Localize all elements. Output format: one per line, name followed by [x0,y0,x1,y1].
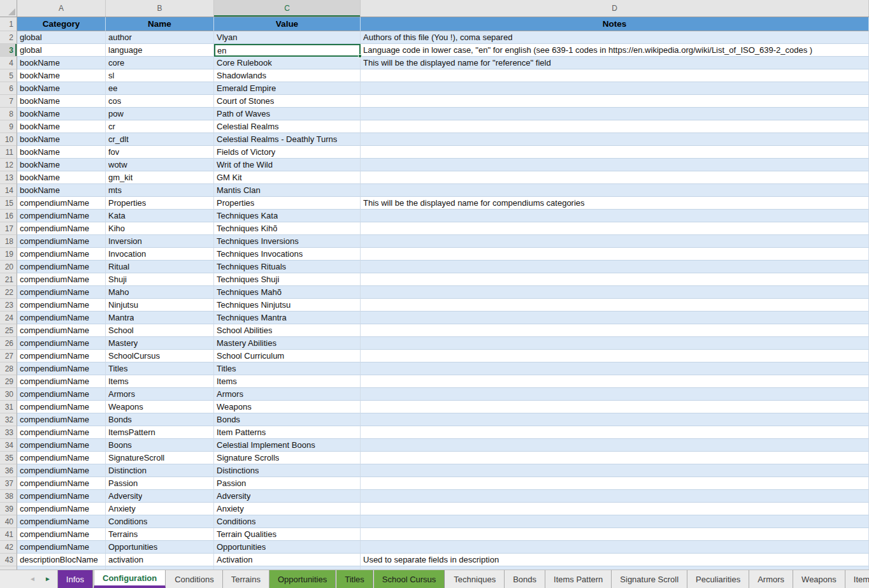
cell-A29[interactable]: compendiumName [17,375,106,388]
sheet-tab-conditions[interactable]: Conditions [166,570,222,588]
cell-A43[interactable]: descriptionBlocName [17,554,106,566]
cell-B32[interactable]: Bonds [106,413,214,426]
cell-B1[interactable]: Name [106,17,214,31]
cell-C36[interactable]: Distinctions [214,464,361,477]
cell-D39[interactable] [361,503,869,515]
cell-B20[interactable]: Ritual [106,261,214,273]
cell-D43[interactable]: Used to separate fields in description [361,554,869,566]
cell-A32[interactable]: compendiumName [17,413,106,426]
cell-B16[interactable]: Kata [106,210,214,222]
cell-C22[interactable]: Techniques Mahõ [214,286,361,299]
column-header-c[interactable]: C [214,0,361,17]
cell-D32[interactable] [361,413,869,426]
cell-B3[interactable]: language [106,44,214,57]
cell-D14[interactable] [361,184,869,197]
sheet-tab-school-cursus[interactable]: School Cursus [374,570,445,588]
cell-D28[interactable] [361,362,869,375]
row-number-19[interactable]: 19 [0,248,17,261]
cell-A19[interactable]: compendiumName [17,248,106,261]
row-number-42[interactable]: 42 [0,541,17,554]
cell-B14[interactable]: mts [106,184,214,197]
cell-A12[interactable]: bookName [17,159,106,171]
cell-A18[interactable]: compendiumName [17,235,106,248]
cell-B36[interactable]: Distinction [106,464,214,477]
row-number-38[interactable]: 38 [0,490,17,503]
cell-B2[interactable]: author [106,31,214,44]
cell-C32[interactable]: Bonds [214,413,361,426]
row-number-24[interactable]: 24 [0,312,17,324]
row-number-36[interactable]: 36 [0,464,17,477]
cell-D19[interactable] [361,248,869,261]
cell-A16[interactable]: compendiumName [17,210,106,222]
cell-B13[interactable]: gm_kit [106,171,214,184]
row-number-13[interactable]: 13 [0,171,17,184]
cell-C40[interactable]: Conditions [214,515,361,528]
cell-A26[interactable]: compendiumName [17,337,106,350]
cell-C19[interactable]: Techniques Invocations [214,248,361,261]
cell-D2[interactable]: Authors of this file (You !), coma separ… [361,31,869,44]
sheet-tab-infos[interactable]: Infos [58,570,93,588]
cell-A10[interactable]: bookName [17,133,106,146]
cell-D26[interactable] [361,337,869,350]
cell-D4[interactable]: This will be the displayed name for "ref… [361,57,869,69]
cell-D9[interactable] [361,120,869,133]
cell-A7[interactable]: bookName [17,95,106,108]
cell-B6[interactable]: ee [106,82,214,95]
cell-B41[interactable]: Terrains [106,528,214,541]
cell-D7[interactable] [361,95,869,108]
cell-B8[interactable]: pow [106,108,214,120]
row-number-35[interactable]: 35 [0,452,17,464]
cell-A23[interactable]: compendiumName [17,299,106,312]
cell-B37[interactable]: Passion [106,477,214,490]
row-number-14[interactable]: 14 [0,184,17,197]
cell-B33[interactable]: ItemsPattern [106,426,214,439]
cell-A31[interactable]: compendiumName [17,401,106,413]
cell-D20[interactable] [361,261,869,273]
row-number-32[interactable]: 32 [0,413,17,426]
row-number-1[interactable]: 1 [0,17,17,31]
row-number-6[interactable]: 6 [0,82,17,95]
cell-A27[interactable]: compendiumName [17,350,106,362]
cell-C16[interactable]: Techniques Kata [214,210,361,222]
cell-A4[interactable]: bookName [17,57,106,69]
cell-B5[interactable]: sl [106,69,214,82]
cell-A22[interactable]: compendiumName [17,286,106,299]
cell-C33[interactable]: Item Patterns [214,426,361,439]
cell-A35[interactable]: compendiumName [17,452,106,464]
column-header-a[interactable]: A [17,0,106,17]
row-number-40[interactable]: 40 [0,515,17,528]
cell-D25[interactable] [361,324,869,337]
cell-D1[interactable]: Notes [361,17,869,31]
cell-B17[interactable]: Kiho [106,222,214,235]
cell-C43[interactable]: Activation [214,554,361,566]
cell-C42[interactable]: Opportunities [214,541,361,554]
cell-C39[interactable]: Anxiety [214,503,361,515]
cell-A30[interactable]: compendiumName [17,388,106,401]
cell-A5[interactable]: bookName [17,69,106,82]
cell-D5[interactable] [361,69,869,82]
cell-D18[interactable] [361,235,869,248]
cell-A11[interactable]: bookName [17,146,106,159]
cell-D6[interactable] [361,82,869,95]
cell-D27[interactable] [361,350,869,362]
row-number-41[interactable]: 41 [0,528,17,541]
row-number-22[interactable]: 22 [0,286,17,299]
row-number-16[interactable]: 16 [0,210,17,222]
cell-B26[interactable]: Mastery [106,337,214,350]
cell-C27[interactable]: School Curriculum [214,350,361,362]
cell-D41[interactable] [361,528,869,541]
cell-B10[interactable]: cr_dlt [106,133,214,146]
cell-C38[interactable]: Adversity [214,490,361,503]
cell-D12[interactable] [361,159,869,171]
cell-A37[interactable]: compendiumName [17,477,106,490]
row-number-43[interactable]: 43 [0,554,17,566]
row-number-30[interactable]: 30 [0,388,17,401]
cell-A20[interactable]: compendiumName [17,261,106,273]
row-number-28[interactable]: 28 [0,362,17,375]
cell-A25[interactable]: compendiumName [17,324,106,337]
row-number-12[interactable]: 12 [0,159,17,171]
row-number-37[interactable]: 37 [0,477,17,490]
cell-D33[interactable] [361,426,869,439]
cell-C37[interactable]: Passion [214,477,361,490]
cell-B23[interactable]: Ninjutsu [106,299,214,312]
